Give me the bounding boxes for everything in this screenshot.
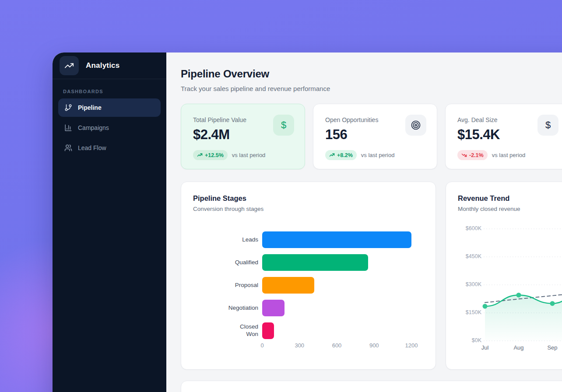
bar-category-label: Leads [181, 231, 258, 248]
revenue-point-jul [483, 304, 488, 309]
trending-up-icon [197, 152, 203, 158]
delta-badge: +8.2% [325, 150, 357, 160]
analytics-app-window: Analytics DASHBOARDS Pipeline Campaigns [53, 52, 562, 392]
delta-value: +12.5% [205, 152, 224, 158]
charts-row: Pipeline Stages Conversion through stage… [181, 182, 562, 370]
compare-label: vs last period [232, 152, 266, 158]
kpi-card-open-opportunities: Open Opportunities 156 +8.2% vs last per… [313, 104, 437, 169]
revenue-point-aug [516, 293, 521, 298]
git-branch-icon [64, 104, 72, 112]
analytics-logo [60, 56, 79, 75]
x-axis-tick: 0 [260, 342, 263, 349]
bar-chart-icon [64, 124, 72, 132]
bar-proposal [262, 277, 314, 294]
dollar-icon: $ [537, 115, 558, 136]
sidebar-header: Analytics [53, 52, 166, 79]
sidebar-item-label: Lead Flow [78, 144, 106, 151]
app-title: Analytics [86, 61, 119, 70]
bar-negotiation [262, 300, 285, 316]
trending-down-icon [461, 152, 467, 158]
sidebar-item-pipeline[interactable]: Pipeline [58, 98, 161, 117]
bar-closed [262, 322, 274, 339]
bar-category-label: Qualified [181, 254, 258, 271]
sidebar-item-label: Pipeline [78, 104, 102, 111]
sidebar-item-lead-flow[interactable]: Lead Flow [58, 139, 161, 157]
bar-leads [262, 231, 411, 248]
main-content: Pipeline Overview Track your sales pipel… [166, 52, 562, 392]
kpi-delta-row: +8.2% vs last period [325, 150, 425, 160]
kpi-delta-row: -2.1% vs last period [457, 150, 557, 160]
dollar-icon: $ [273, 115, 294, 136]
page-title: Pipeline Overview [181, 68, 562, 80]
pipeline-stages-plot: LeadsQualifiedProposalNegotiationClosed … [181, 182, 436, 369]
pipeline-stages-card: Pipeline Stages Conversion through stage… [181, 182, 436, 370]
bottom-card-partial [181, 381, 562, 392]
sidebar-item-campaigns[interactable]: Campaigns [58, 119, 161, 137]
dollar-glyph: $ [281, 119, 286, 131]
x-axis-tick: 900 [369, 342, 379, 349]
revenue-trend-card: Revenue Trend Monthly closed revenue $0K… [446, 182, 562, 370]
bar-category-label: Closed Won [181, 322, 258, 339]
sidebar: Analytics DASHBOARDS Pipeline Campaigns [53, 52, 166, 392]
users-icon [64, 144, 72, 152]
compare-label: vs last period [492, 152, 526, 158]
page-subtitle: Track your sales pipeline and revenue pe… [181, 84, 562, 93]
revenue-area-fill [485, 289, 562, 341]
trending-up-icon [329, 152, 335, 158]
target-icon [405, 115, 426, 136]
dollar-glyph: $ [545, 119, 551, 131]
sidebar-section-label: DASHBOARDS [63, 89, 166, 94]
x-axis-tick: 300 [295, 342, 304, 349]
bar-category-label: Negotiation [181, 300, 258, 316]
kpi-card-total-pipeline-value: $ Total Pipeline Value $2.4M +12.5% vs l… [181, 104, 305, 169]
compare-label: vs last period [361, 152, 395, 158]
delta-value: -2.1% [469, 152, 484, 158]
revenue-point-sep [550, 301, 555, 306]
kpi-row: $ Total Pipeline Value $2.4M +12.5% vs l… [181, 104, 562, 169]
delta-badge: +12.5% [193, 150, 228, 160]
revenue-trend-plot: $0K$150K$300K$450K$600KJulAugSep [446, 182, 562, 369]
trending-up-icon [64, 61, 74, 70]
kpi-card-avg-deal-size: $ Avg. Deal Size $15.4K -2.1% vs last pe… [445, 104, 562, 169]
kpi-delta-row: +12.5% vs last period [193, 150, 293, 160]
revenue-trend-chart [446, 226, 562, 350]
bar-qualified [262, 254, 368, 271]
x-axis-tick: 600 [332, 342, 342, 349]
sidebar-nav: Pipeline Campaigns Lead Flow [53, 98, 166, 157]
bar-category-label: Proposal [181, 277, 258, 294]
delta-badge: -2.1% [457, 150, 488, 160]
x-axis-tick: 1200 [405, 342, 418, 349]
delta-value: +8.2% [337, 152, 353, 158]
sidebar-item-label: Campaigns [78, 124, 109, 131]
